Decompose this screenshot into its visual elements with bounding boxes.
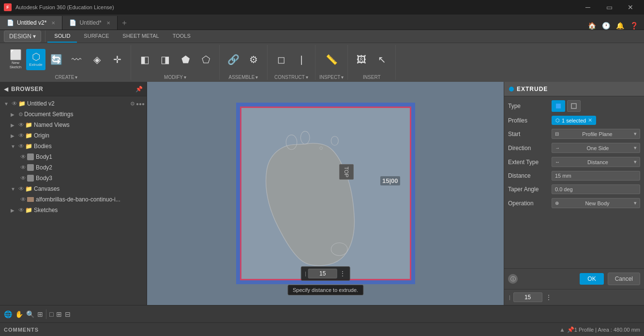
orbit-icon[interactable]: 🌐 <box>4 310 12 318</box>
sketches-expand-icon[interactable]: ▶ <box>11 208 17 213</box>
maximize-button[interactable]: ▭ <box>599 0 619 15</box>
profiles-selected-badge[interactable]: ⬡ 1 selected ✕ <box>552 116 596 125</box>
tab-untitled[interactable]: 📄 Untitled* ✕ <box>62 16 117 30</box>
root-gear-icon[interactable]: ⚙ <box>130 101 135 107</box>
construct-group-label[interactable]: CONSTRUCT ▾ <box>274 75 308 80</box>
root-options-icon[interactable]: ●●● <box>136 101 145 107</box>
modify-btn2[interactable]: ◨ <box>155 49 175 70</box>
home-icon[interactable]: 🏠 <box>588 22 596 30</box>
modify-btn4[interactable]: ⬠ <box>196 49 215 70</box>
pan-icon[interactable]: ✋ <box>15 310 23 318</box>
tab-close-button[interactable]: ✕ <box>51 20 55 26</box>
construct-btn2[interactable]: | <box>292 49 311 70</box>
inspect-group-label[interactable]: INSPECT ▾ <box>319 75 344 80</box>
assemble-group-label[interactable]: ASSEMBLE ▾ <box>229 75 258 80</box>
inspect-btn1[interactable]: 📏 <box>322 49 341 70</box>
modify-btn3[interactable]: ⬟ <box>176 49 195 70</box>
bodies-collapse-icon[interactable]: ▼ <box>11 144 17 149</box>
close-button[interactable]: ✕ <box>621 0 640 15</box>
cancel-button[interactable]: Cancel <box>608 273 640 285</box>
distance-field[interactable] <box>552 171 640 181</box>
tree-bodies[interactable]: ▼ 👁 📁 Bodies <box>0 141 147 152</box>
tree-body3[interactable]: 👁 Body3 <box>0 173 147 183</box>
assemble-btn1[interactable]: 🔗 <box>224 49 243 70</box>
tree-document-settings[interactable]: ▶ ⚙ Document Settings <box>0 109 147 120</box>
zoom-icon[interactable]: 🔍 <box>26 310 34 318</box>
new-sketch-button[interactable]: ⬜ New Sketch <box>6 49 25 70</box>
insert-btn1[interactable]: 🖼 <box>352 49 371 70</box>
tree-named-views[interactable]: ▶ 👁 📁 Named Views <box>0 120 147 130</box>
zoom-window-icon[interactable]: ⊞ <box>37 310 43 318</box>
minimize-button[interactable]: ─ <box>578 0 598 15</box>
canvases-eye-icon[interactable]: 👁 <box>18 185 24 192</box>
tree-body2[interactable]: 👁 Body2 <box>0 162 147 173</box>
viewport[interactable]: 15|00 TOP | ⋮ Specify distance to extrud… <box>147 82 504 305</box>
modify-group-label[interactable]: MODIFY ▾ <box>164 75 186 80</box>
root-eye-icon[interactable]: 👁 <box>12 100 17 107</box>
tree-canvases[interactable]: ▼ 👁 📁 Canvases <box>0 183 147 194</box>
tab-tools[interactable]: TOOLS <box>166 30 197 43</box>
create-group-label[interactable]: CREATE ▾ <box>55 75 78 80</box>
insert-btn2[interactable]: ↖ <box>372 49 391 70</box>
taper-field[interactable] <box>552 184 640 194</box>
ok-button[interactable]: OK <box>580 273 603 285</box>
sketches-eye-icon[interactable]: 👁 <box>18 207 24 214</box>
named-views-expand-icon[interactable]: ▶ <box>11 122 17 128</box>
new-tab-button[interactable]: ＋ <box>118 16 131 30</box>
origin-expand-icon[interactable]: ▶ <box>11 133 17 138</box>
tree-origin[interactable]: ▶ 👁 📁 Origin <box>0 130 147 141</box>
browser-pin-icon[interactable]: 📌 <box>135 86 143 92</box>
top-view-button[interactable]: TOP <box>339 164 354 180</box>
origin-eye-icon[interactable]: 👁 <box>18 132 24 139</box>
construct-btn1[interactable]: ◻ <box>271 49 291 70</box>
canvas-eye-icon[interactable]: 👁 <box>20 196 26 203</box>
assemble-btn2[interactable]: ⚙ <box>244 49 263 70</box>
type-surface-button[interactable] <box>567 100 581 112</box>
operation-select[interactable]: ⊕ New Body ▾ <box>552 198 640 208</box>
display-settings-icon[interactable]: ⊟ <box>65 310 71 318</box>
info-button[interactable]: ⓘ <box>508 274 518 284</box>
help-icon[interactable]: ❓ <box>630 22 638 30</box>
canvases-collapse-icon[interactable]: ▼ <box>11 186 17 192</box>
type-solid-button[interactable] <box>552 100 565 112</box>
tab-surface[interactable]: SURFACE <box>77 30 116 43</box>
body3-eye-icon[interactable]: 👁 <box>20 175 26 182</box>
extrude-button[interactable]: ⬡ Extrude <box>26 49 45 70</box>
tree-canvas-item[interactable]: 👁 alfombrillas-de-bano-continuo-i... <box>0 194 147 205</box>
profiles-clear-button[interactable]: ✕ <box>588 117 592 123</box>
display-mode-icon[interactable]: □ <box>49 310 53 318</box>
tab-sheet-metal[interactable]: SHEET METAL <box>116 30 165 43</box>
extent-type-select[interactable]: ↔ Distance ▾ <box>552 157 640 167</box>
ribbon-group-inspect: 📏 INSPECT ▾ <box>317 45 348 80</box>
doc-settings-expand-icon[interactable]: ▶ <box>11 112 17 117</box>
input-options-icon[interactable]: ⋮ <box>339 270 346 277</box>
panel-input-options-icon[interactable]: ⋮ <box>545 293 552 301</box>
body1-eye-icon[interactable]: 👁 <box>20 153 26 160</box>
tree-body1[interactable]: 👁 Body1 <box>0 152 147 162</box>
panel-distance-input[interactable] <box>513 292 542 302</box>
modify-btn1[interactable]: ◧ <box>135 49 154 70</box>
body2-eye-icon[interactable]: 👁 <box>20 164 26 171</box>
browser-collapse-icon[interactable]: ◀ <box>4 86 8 92</box>
tree-sketches[interactable]: ▶ 👁 📁 Sketches <box>0 205 147 215</box>
revolve-button[interactable]: 🔄 <box>46 49 66 70</box>
start-select[interactable]: ⊟ Profile Plane ▾ <box>552 129 640 139</box>
bodies-eye-icon[interactable]: 👁 <box>18 143 24 150</box>
tab-close-button2[interactable]: ✕ <box>106 20 110 26</box>
tab-untitled-v2[interactable]: 📄 Untitled v2* ✕ <box>0 16 62 30</box>
root-collapse-icon[interactable]: ▼ <box>4 101 11 107</box>
loft-button[interactable]: ◈ <box>87 49 106 70</box>
tab-solid[interactable]: SOLID <box>47 30 77 43</box>
clock-icon[interactable]: 🕐 <box>602 22 610 30</box>
sweep-button[interactable]: 〰 <box>67 49 86 70</box>
comments-pin-icon[interactable]: 📌 <box>567 326 574 333</box>
design-button[interactable]: DESIGN ▾ <box>4 31 41 42</box>
tree-root[interactable]: ▼ 👁 📁 Untitled v2 ⚙ ●●● <box>0 98 147 109</box>
grid-icon[interactable]: ⊞ <box>56 310 62 318</box>
comments-expand-icon[interactable]: ▲ <box>559 326 565 333</box>
direction-select[interactable]: → One Side ▾ <box>552 143 640 153</box>
named-views-eye-icon[interactable]: 👁 <box>18 122 24 128</box>
distance-input[interactable] <box>308 269 337 278</box>
move-button[interactable]: ✛ <box>107 49 127 70</box>
bell-icon[interactable]: 🔔 <box>616 22 624 30</box>
